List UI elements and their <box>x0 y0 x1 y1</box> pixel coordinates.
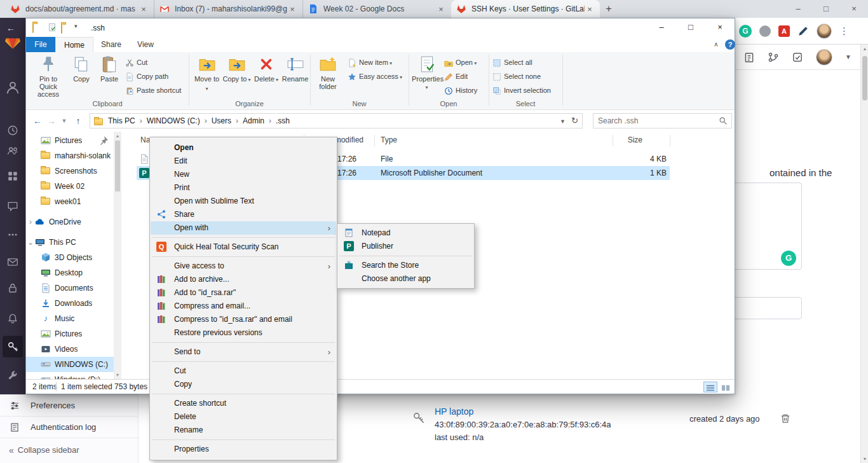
chevron-collapsed-icon[interactable]: › <box>26 218 35 226</box>
rename-button[interactable]: Rename <box>281 54 309 101</box>
refresh-icon[interactable]: ↻ <box>571 116 578 125</box>
select-none-button[interactable]: Select none <box>492 70 541 83</box>
scroll-up-icon[interactable]: ▲ <box>114 134 121 138</box>
menu-item-edit[interactable]: Edit <box>151 155 336 168</box>
menu-item-create-shortcut[interactable]: Create shortcut <box>151 397 336 410</box>
search-input[interactable] <box>593 114 714 128</box>
properties-button[interactable]: Properties <box>412 54 442 101</box>
scroll-down-icon[interactable]: ▼ <box>861 457 868 461</box>
doc-text-icon[interactable] <box>743 52 755 63</box>
new-tab-button[interactable]: + <box>600 0 618 18</box>
sidebar-item-onedrive[interactable]: ›OneDrive <box>26 214 114 230</box>
breadcrumb-item[interactable]: This PC <box>108 116 147 125</box>
history-button[interactable]: History <box>444 84 477 97</box>
copy-button[interactable]: Copy <box>68 54 95 101</box>
quick-access-toolbar-chevron-icon[interactable]: ▾ <box>74 23 78 29</box>
large-icons-view-button[interactable] <box>719 382 733 392</box>
chevron-down-icon[interactable]: ▼ <box>845 53 851 60</box>
sidebar-item-downloads[interactable]: Downloads <box>26 296 114 311</box>
mail-icon[interactable] <box>7 256 18 268</box>
tab-share[interactable]: Share <box>93 37 129 52</box>
nav-item-authentication-log[interactable]: Authentication log <box>0 417 138 438</box>
back-button[interactable]: ← <box>31 114 44 127</box>
move-to-button[interactable]: Move to <box>193 54 221 101</box>
sidebar-item-pictures[interactable]: Pictures <box>26 133 114 148</box>
sidebar-item-week-02[interactable]: Week 02 <box>26 179 114 194</box>
menu-item-restore-previous-versions[interactable]: Restore previous versions <box>151 326 336 340</box>
menu-item-notepad[interactable]: Notepad <box>338 226 473 240</box>
menu-item-share[interactable]: Share <box>151 208 336 221</box>
edit-button[interactable]: Edit <box>444 70 468 83</box>
column-header-size[interactable]: Size <box>613 135 642 144</box>
menu-item-give-access-to[interactable]: Give access to› <box>151 259 336 273</box>
column-header-type[interactable]: Type <box>381 135 397 144</box>
collapse-sidebar-button[interactable]: « Collapse sidebar <box>0 438 138 462</box>
select-all-button[interactable]: Select all <box>492 56 532 69</box>
menu-item-send-to[interactable]: Send to› <box>151 345 336 359</box>
scroll-up-icon[interactable]: ▲ <box>861 46 868 51</box>
menu-item-add-to-archive[interactable]: Add to archive... <box>151 273 336 286</box>
scrollbar-thumb[interactable] <box>115 141 120 191</box>
sidebar-item-screenshots[interactable]: Screenshots <box>26 163 114 179</box>
ssh-key-name-link[interactable]: HP laptop <box>435 406 473 417</box>
menu-item-quick-heal-total-security-scan[interactable]: QQuick Heal Total Security Scan <box>151 240 336 254</box>
maximize-button[interactable]: □ <box>676 18 705 36</box>
breadcrumb-item[interactable]: .ssh <box>276 116 290 125</box>
copy-path-button[interactable]: Copy path <box>125 70 168 83</box>
browser-tab[interactable]: Inbox (7) - maharshisolanki99@g× <box>154 0 302 18</box>
wrench-icon[interactable] <box>7 370 18 381</box>
search-box[interactable] <box>593 113 732 128</box>
menu-item-search-the-store[interactable]: Search the Store <box>338 259 473 272</box>
todos-icon[interactable] <box>792 52 803 63</box>
grid-icon[interactable] <box>7 170 18 182</box>
ellipsis-icon[interactable] <box>7 229 18 240</box>
sidebar-item-maharshi-solank[interactable]: maharshi-solank <box>26 148 114 163</box>
breadcrumb-item[interactable]: Users <box>212 116 243 125</box>
extension-icon[interactable] <box>759 25 771 37</box>
menu-item-print[interactable]: Print <box>151 181 336 195</box>
tab-view[interactable]: View <box>129 37 162 52</box>
copy-to-button[interactable]: Copy to <box>222 54 251 101</box>
tab-close-icon[interactable]: × <box>139 4 149 14</box>
sidebar-item-music[interactable]: ♪Music <box>26 311 114 326</box>
address-dropdown-icon[interactable]: ▼ <box>560 118 566 125</box>
open-button[interactable]: Open <box>444 56 477 69</box>
breadcrumb-item[interactable]: Admin <box>243 116 276 125</box>
new-folder-button[interactable]: New folder <box>313 54 342 101</box>
chat-icon[interactable] <box>7 200 18 212</box>
menu-item-new[interactable]: New <box>151 168 336 181</box>
menu-item-cut[interactable]: Cut <box>151 364 336 378</box>
browser-tab[interactable]: Week 02 - Google Docs× <box>302 0 451 18</box>
grammarly-icon[interactable]: G <box>781 251 796 266</box>
sidebar-item-pictures[interactable]: Pictures <box>26 326 114 342</box>
help-icon[interactable]: ? <box>725 39 735 50</box>
scrollbar-thumb[interactable] <box>862 56 867 100</box>
trash-icon[interactable] <box>780 413 791 424</box>
delete-button[interactable]: Delete <box>253 54 280 101</box>
people-icon[interactable] <box>7 145 18 156</box>
close-button[interactable]: × <box>705 18 735 36</box>
menu-item-open-with[interactable]: Open with› <box>151 221 336 235</box>
profile-avatar[interactable] <box>817 24 832 39</box>
tab-file[interactable]: File <box>26 37 55 52</box>
properties-quick-icon[interactable] <box>48 23 57 32</box>
pin-to-quick-access-button[interactable]: Pin to Quick access <box>30 54 67 101</box>
nav-item-preferences[interactable]: Preferences <box>0 395 138 417</box>
menu-item-properties[interactable]: Properties <box>151 443 336 456</box>
minimize-button[interactable]: – <box>647 18 676 36</box>
menu-item-open[interactable]: Open <box>151 141 336 155</box>
tab-close-icon[interactable]: × <box>585 4 595 14</box>
menu-item-open-with-sublime-text[interactable]: Open with Sublime Text <box>151 195 336 208</box>
browser-maximize-button[interactable]: □ <box>812 0 840 18</box>
address-box[interactable]: This PCWINDOWS (C:)UsersAdmin.ssh ▼ ↻ <box>90 113 583 128</box>
back-arrow-icon[interactable]: ← <box>6 23 15 33</box>
cut-button[interactable]: Cut <box>125 56 147 69</box>
browser-tab[interactable]: SSH Keys · User Settings · GitLab× <box>451 0 600 18</box>
scroll-down-icon[interactable]: ▼ <box>114 373 121 377</box>
tab-home[interactable]: Home <box>55 37 93 52</box>
user-avatar[interactable] <box>816 49 832 66</box>
menu-item-publisher[interactable]: PPublisher <box>338 240 473 253</box>
clock-icon[interactable] <box>7 125 18 136</box>
recent-locations-chevron-icon[interactable]: ▼ <box>58 114 71 127</box>
nav-scrollbar[interactable]: ▲ ▼ <box>114 132 121 379</box>
